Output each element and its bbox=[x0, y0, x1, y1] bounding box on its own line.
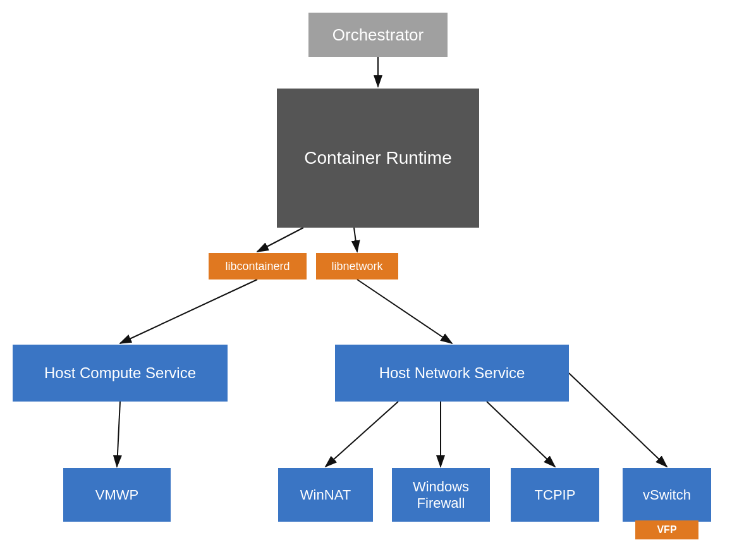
svg-line-3 bbox=[120, 280, 257, 343]
vswitch-label: vSwitch bbox=[643, 487, 691, 503]
hns-node: Host Network Service bbox=[335, 345, 569, 402]
svg-line-9 bbox=[569, 373, 667, 467]
winnat-node: WinNAT bbox=[278, 468, 373, 522]
svg-line-1 bbox=[257, 228, 303, 252]
svg-line-2 bbox=[354, 228, 357, 252]
svg-line-6 bbox=[326, 402, 398, 467]
diagram: Orchestrator Container Runtime libcontai… bbox=[0, 0, 756, 559]
vmwp-node: VMWP bbox=[63, 468, 171, 522]
container-runtime-node: Container Runtime bbox=[277, 89, 479, 228]
vfp-label: VFP bbox=[657, 524, 676, 536]
svg-line-4 bbox=[357, 280, 452, 343]
vmwp-label: VMWP bbox=[95, 487, 138, 503]
tcpip-node: TCPIP bbox=[511, 468, 599, 522]
windows-firewall-node: Windows Firewall bbox=[392, 468, 490, 522]
vfp-node: VFP bbox=[635, 520, 698, 539]
runtime-label: Container Runtime bbox=[304, 148, 451, 168]
hns-label: Host Network Service bbox=[379, 364, 525, 382]
windows-firewall-label: Windows Firewall bbox=[392, 479, 490, 512]
libcontainerd-node: libcontainerd bbox=[209, 253, 307, 280]
orchestrator-label: Orchestrator bbox=[332, 25, 424, 45]
orchestrator-node: Orchestrator bbox=[308, 13, 448, 57]
hcs-node: Host Compute Service bbox=[13, 345, 228, 402]
tcpip-label: TCPIP bbox=[535, 487, 576, 503]
svg-line-8 bbox=[487, 402, 555, 467]
hcs-label: Host Compute Service bbox=[44, 364, 196, 382]
winnat-label: WinNAT bbox=[300, 487, 351, 503]
libcontainerd-label: libcontainerd bbox=[225, 260, 290, 273]
libnetwork-label: libnetwork bbox=[331, 260, 382, 273]
libnetwork-node: libnetwork bbox=[316, 253, 398, 280]
svg-line-5 bbox=[117, 402, 120, 467]
vswitch-node: vSwitch bbox=[623, 468, 711, 522]
